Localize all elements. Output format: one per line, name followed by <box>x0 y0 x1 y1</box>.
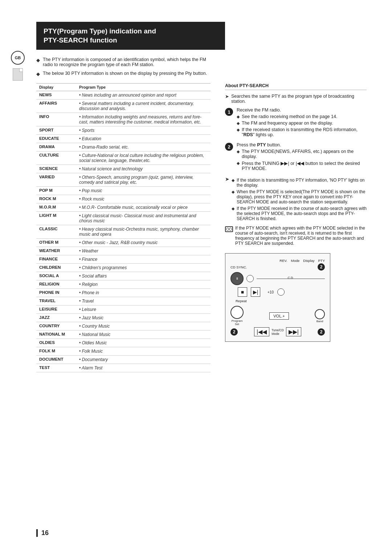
program-type-cell: • Folk Music <box>76 347 211 356</box>
display-cell: SOCIAL A <box>36 272 76 280</box>
diamond-n1-2: ◆ <box>232 190 234 194</box>
pty-table: Display Program Type NEWS• News includin… <box>36 83 211 372</box>
program-type-cell: • Phone in <box>76 289 211 297</box>
display-cell: NEWS <box>36 91 76 100</box>
display-cell: LEISURE <box>36 305 76 314</box>
display-cell: SPORT <box>36 126 76 135</box>
mode-button[interactable] <box>246 275 254 282</box>
step-1-sub-3: ◆ If the received station is transmittin… <box>237 127 367 137</box>
skip-back-button[interactable]: |◀◀ <box>254 327 269 336</box>
band-label: Band <box>317 320 323 323</box>
program-type-cell: • Information including weights and meas… <box>76 113 211 126</box>
table-row: DRAMA• Drama-Radio serial, etc. <box>36 143 211 151</box>
step-2-sub-2: ◆ Press the TUNING ▶▶| or |◀◀ button to … <box>237 161 367 171</box>
page-number: 16 <box>36 529 49 537</box>
note-1-bullet-3: ◆ If the PTY MODE received in the course… <box>232 206 367 221</box>
note-arrow-icon: ➤ <box>225 176 229 182</box>
table-row: NATIONAL M• National Music <box>36 331 211 339</box>
vol-plus-button[interactable]: VOL.+ <box>269 312 289 320</box>
play-button[interactable]: ▶| <box>251 287 260 297</box>
gb-icon: GB <box>11 51 25 65</box>
arrow-icon-search: ➤ <box>225 94 229 99</box>
step-2: 2 Press the PTY button. ◆ The PTY MODE(N… <box>225 142 367 171</box>
program-type-cell: • Religion <box>76 280 211 289</box>
step-2-sub-1: ◆ The PTY MODE(NEWS, AFFAIRS, etc.) appe… <box>237 149 367 159</box>
table-row: RELIGION• Religion <box>36 280 211 289</box>
col-program-type-header: Program Type <box>76 84 211 91</box>
diamond-n1-1: ◆ <box>232 178 234 183</box>
table-row: SPORT• Sports <box>36 126 211 135</box>
program-type-cell: • National Music <box>76 331 211 339</box>
diamond-icon-1: ◆ <box>36 57 40 63</box>
program-type-cell: • Pop music <box>76 187 211 195</box>
program-type-cell: • Jazz Music <box>76 314 211 322</box>
program-type-cell: • Sports <box>76 126 211 135</box>
display-cell: NATIONAL M <box>36 331 76 339</box>
program-type-cell: • Culture-National or local culture incl… <box>76 151 211 165</box>
table-row: FOLK M• Folk Music <box>36 347 211 356</box>
tape-icon <box>225 226 233 232</box>
intro-item-2: ◆ The below 30 PTY information is shown … <box>36 71 211 77</box>
skip-forward-button[interactable]: ▶▶| <box>286 327 301 336</box>
table-row: LEISURE• Leisure <box>36 305 211 314</box>
program-type-cell: • Education <box>76 135 211 143</box>
display-cell: FINANCE <box>36 255 76 264</box>
sidebar: GB <box>11 51 25 81</box>
badge-2-right: 2 <box>318 328 325 336</box>
program-type-cell: • Heavy classical music-Orchestra music,… <box>76 225 211 239</box>
main-content: Display Program Type NEWS• News includin… <box>36 83 367 372</box>
display-cell: OTHER M <box>36 239 76 247</box>
badge-2-top: 2 <box>318 263 325 271</box>
table-row: OTHER M• Other music - Jazz, R&B country… <box>36 239 211 247</box>
program-type-cell: • Drama-Radio serial, etc. <box>76 143 211 151</box>
display-cell: AFFAIRS <box>36 100 76 113</box>
program-type-cell: • Travel <box>76 297 211 305</box>
program-set-button[interactable] <box>230 306 244 319</box>
diamond-n1-3: ◆ <box>232 206 234 211</box>
device-diagram: REV. Mode Display PTY CD SYNC. 2 ⏸ <box>225 253 330 342</box>
program-type-cell: • Leisure <box>76 305 211 314</box>
plus10-label: +10 <box>268 290 274 294</box>
band-button[interactable] <box>315 309 325 319</box>
display-cell: DRAMA <box>36 143 76 151</box>
display-cell: M.O.R.M <box>36 203 76 212</box>
display-cell: SCIENCE <box>36 165 76 173</box>
display-cell: LIGHT M <box>36 212 76 225</box>
table-row: VARIED• Others-Speech, amusing program (… <box>36 173 211 187</box>
display-cell: PHONE IN <box>36 289 76 297</box>
program-type-cell: • Documentary <box>76 356 211 364</box>
display-cell: OLDIES <box>36 339 76 347</box>
program-type-cell: • Others-Speech, amusing program (quiz, … <box>76 173 211 187</box>
program-type-cell: • Rock music <box>76 195 211 203</box>
display-cell: JAZZ <box>36 314 76 322</box>
cd-sync-button[interactable]: ⏸ <box>230 272 244 285</box>
table-row: EDUCATE• Education <box>36 135 211 143</box>
table-row: NEWS• News including an announced opinio… <box>36 91 211 100</box>
step-2-content: Press the PTY button. ◆ The PTY MODE(NEW… <box>237 142 367 171</box>
table-row: WEATHER• Weather <box>36 247 211 255</box>
display-cell: CHILDREN <box>36 264 76 272</box>
program-type-cell: • Natural science and technology <box>76 165 211 173</box>
program-type-cell: • Children's programmes <box>76 264 211 272</box>
step-1-content: Receive the FM radio. ◆ See the radio re… <box>237 108 367 137</box>
stop-button[interactable]: ■ <box>238 287 247 297</box>
diamond-icon-2: ◆ <box>36 71 40 77</box>
left-column: Display Program Type NEWS• News includin… <box>36 83 211 372</box>
table-row: POP M• Pop music <box>36 187 211 195</box>
diamond-s1-1: ◆ <box>237 114 240 119</box>
plus10-button[interactable] <box>277 288 285 296</box>
diamond-s1-3: ◆ <box>237 127 240 132</box>
table-row: SCIENCE• Natural science and technology <box>36 165 211 173</box>
program-type-cell: • Alarm Test <box>76 364 211 372</box>
display-cell: INFO <box>36 113 76 126</box>
program-type-cell: • Other music - Jazz, R&B country music <box>76 239 211 247</box>
intro-item-1: ◆ The PTY information is composed of an … <box>36 57 211 67</box>
table-row: CULTURE• Culture-National or local cultu… <box>36 151 211 165</box>
cd-text: CD <box>288 276 294 280</box>
step-1-number: 1 <box>225 108 233 116</box>
table-row: INFO• Information including weights and … <box>36 113 211 126</box>
step-2-text: Press the PTY button. <box>237 142 367 147</box>
program-type-cell: • Light classical music- Classical music… <box>76 212 211 225</box>
table-row: AFFAIRS• Several matters including a cur… <box>36 100 211 113</box>
step-2-number: 2 <box>225 143 233 151</box>
